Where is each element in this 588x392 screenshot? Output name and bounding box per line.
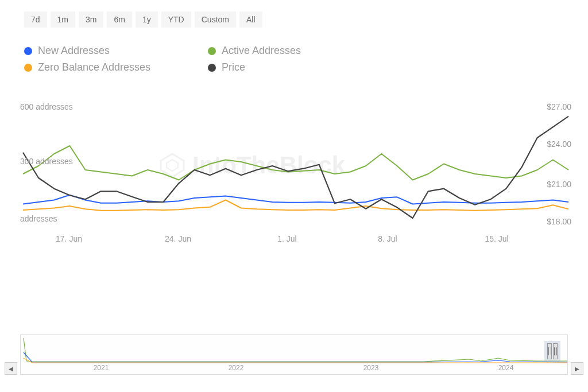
x-tick: 8. Jul: [378, 234, 397, 243]
handle-grip-left[interactable]: [547, 343, 552, 359]
navigator-x-tick: 2023: [363, 364, 379, 372]
range-btn-custom[interactable]: Custom: [195, 11, 236, 28]
legend-dot-icon: [208, 64, 216, 72]
y-right-tick: $21.00: [547, 180, 571, 189]
y-right-tick: $27.00: [547, 102, 571, 111]
navigator-x-tick: 2021: [94, 364, 109, 372]
legend-label: Active Addresses: [222, 45, 301, 57]
x-tick: 15. Jul: [485, 234, 508, 243]
legend-label: New Addresses: [38, 45, 110, 57]
range-selector: 7d1m3m6m1yYTDCustomAll: [24, 11, 571, 28]
legend-item-0[interactable]: New Addresses: [24, 45, 191, 57]
range-btn-ytd[interactable]: YTD: [161, 11, 191, 28]
series-line: [23, 200, 568, 211]
range-btn-all[interactable]: All: [239, 11, 262, 28]
legend-label: Zero Balance Addresses: [38, 61, 150, 73]
legend-dot-icon: [24, 64, 32, 72]
navigator-chart[interactable]: 2021202220232024: [20, 335, 568, 375]
x-tick: 24. Jun: [165, 234, 191, 243]
main-chart[interactable]: IntoTheBlock 600 addresses300 addressesa…: [20, 102, 571, 251]
legend-label: Price: [222, 61, 245, 73]
legend-dot-icon: [208, 47, 216, 55]
navigator-x-tick: 2022: [229, 364, 244, 372]
series-line: [23, 146, 568, 180]
y-left-tick: 300 addresses: [20, 157, 73, 166]
x-tick: 1. Jul: [277, 234, 296, 243]
handle-grip-right[interactable]: [553, 343, 558, 359]
legend-item-3[interactable]: Price: [208, 61, 351, 73]
range-btn-6m[interactable]: 6m: [107, 11, 131, 28]
range-btn-1m[interactable]: 1m: [51, 11, 75, 28]
legend-dot-icon: [24, 47, 32, 55]
navigator-x-tick: 2024: [498, 364, 514, 372]
legend: New AddressesActive AddressesZero Balanc…: [24, 45, 571, 73]
x-tick: 17. Jun: [56, 234, 82, 243]
legend-item-1[interactable]: Active Addresses: [208, 45, 351, 57]
legend-item-2[interactable]: Zero Balance Addresses: [24, 61, 191, 73]
range-btn-7d[interactable]: 7d: [24, 11, 47, 28]
range-btn-1y[interactable]: 1y: [136, 11, 158, 28]
range-btn-3m[interactable]: 3m: [79, 11, 103, 28]
scroll-left-button[interactable]: ◀: [5, 362, 17, 375]
y-right-tick: $18.00: [547, 217, 571, 226]
y-left-tick: 600 addresses: [20, 102, 73, 111]
y-left-tick: addresses: [20, 214, 57, 223]
chart-lines: [20, 102, 571, 228]
y-right-tick: $24.00: [547, 139, 571, 149]
navigator-range-handle[interactable]: [544, 341, 560, 362]
scroll-right-button[interactable]: ▶: [571, 362, 583, 375]
series-line: [23, 195, 568, 204]
navigator-lines: [21, 335, 567, 364]
